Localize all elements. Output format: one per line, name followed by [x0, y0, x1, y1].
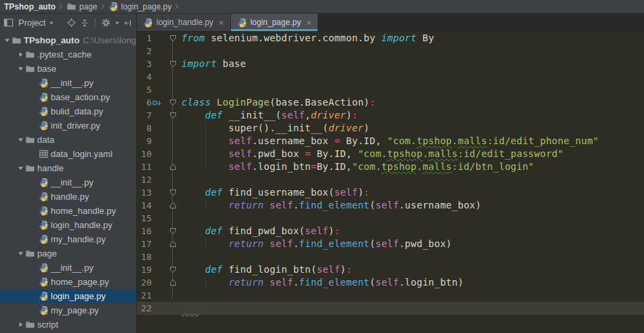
fold-start-icon[interactable]: [165, 60, 180, 68]
code-line-6[interactable]: 6class LoginPage(base.BaseAction):: [137, 96, 644, 109]
project-panel-title[interactable]: Project: [18, 18, 45, 28]
tree-item-TPshop_auto[interactable]: TPshop_autoC:\Users\long: [0, 33, 136, 47]
code-line-21[interactable]: 21: [137, 289, 644, 302]
breadcrumb-item[interactable]: login_page.py: [108, 1, 172, 12]
tree-item-label: home_page.py: [51, 277, 109, 287]
tree-item-login_handle.py[interactable]: login_handle.py: [0, 218, 136, 232]
line-number[interactable]: 1: [137, 32, 152, 45]
settings-gear-button[interactable]: [101, 18, 111, 28]
breadcrumb-item[interactable]: page: [66, 1, 98, 12]
tree-item-home_page.py[interactable]: home_page.py: [0, 275, 136, 289]
code-line-9[interactable]: 9 self.username_box = By.ID, "com.tpshop…: [137, 135, 644, 148]
line-number[interactable]: 15: [137, 212, 152, 225]
close-icon[interactable]: ×: [219, 18, 224, 27]
code-line-4[interactable]: 4: [137, 70, 644, 83]
line-number[interactable]: 7: [137, 109, 152, 122]
tree-item-my_handle.py[interactable]: my_handle.py: [0, 232, 136, 246]
tree-item-__init__.py[interactable]: __init__.py: [0, 175, 136, 190]
breadcrumb-item[interactable]: TPshop_auto: [4, 2, 56, 12]
fold-start-icon[interactable]: [165, 189, 180, 196]
tree-item-data_login.yaml[interactable]: data_login.yaml: [0, 147, 136, 161]
code-line-22[interactable]: 22: [137, 302, 644, 315]
tree-expanded-arrow-icon[interactable]: [16, 250, 25, 257]
fold-start-icon[interactable]: [165, 112, 180, 119]
line-number[interactable]: 17: [137, 238, 152, 250]
line-number[interactable]: 22: [137, 302, 152, 315]
fold-end-icon[interactable]: [165, 163, 180, 171]
close-icon[interactable]: ×: [306, 18, 312, 27]
tree-item-script[interactable]: script: [0, 317, 136, 332]
editor-tab-login_page.py[interactable]: login_page.py×: [231, 14, 318, 31]
line-number[interactable]: 16: [137, 225, 152, 238]
tree-item-bulid_data.py[interactable]: bulid_data.py: [0, 104, 136, 118]
tree-item-base_action.py[interactable]: base_action.py: [0, 90, 136, 104]
line-number[interactable]: 20: [137, 276, 152, 289]
fold-start-icon[interactable]: [165, 35, 180, 42]
locate-file-button[interactable]: [66, 18, 77, 28]
line-number[interactable]: 18: [137, 250, 152, 263]
fold-start-icon[interactable]: [165, 99, 180, 106]
fold-start-icon[interactable]: [165, 266, 180, 273]
code-line-14[interactable]: 14 return self.find_element(self.usernam…: [137, 199, 644, 212]
tree-item-home_handle.py[interactable]: home_handle.py: [0, 204, 136, 218]
line-number[interactable]: 6: [137, 96, 152, 109]
tree-expanded-arrow-icon[interactable]: [16, 66, 25, 72]
fold-end-icon[interactable]: [165, 279, 180, 286]
code-line-13[interactable]: 13 def find_username_box(self):: [137, 186, 644, 199]
tree-collapsed-arrow-icon[interactable]: [16, 51, 25, 58]
code-line-12[interactable]: 12: [137, 173, 644, 186]
line-number[interactable]: 4: [137, 70, 152, 83]
code-line-11[interactable]: 11 self.login_btn=By.ID,"com.tpshop.mall…: [137, 160, 644, 173]
line-number[interactable]: 3: [137, 58, 152, 70]
tree-item-.pytest_cache[interactable]: .pytest_cache: [0, 47, 136, 62]
tree-item-page[interactable]: page: [0, 246, 136, 261]
line-number[interactable]: 5: [137, 83, 152, 96]
code-line-5[interactable]: 5: [137, 83, 644, 96]
line-number[interactable]: 13: [137, 186, 152, 199]
tree-item-handle.py[interactable]: handle.py: [0, 190, 136, 204]
override-marker-icon[interactable]: [152, 99, 165, 107]
tree-item-login_page.py[interactable]: login_page.py: [0, 289, 136, 303]
code-line-8[interactable]: 8 super().__init__(driver): [137, 122, 644, 135]
chevron-down-icon[interactable]: [114, 20, 120, 26]
code-line-20[interactable]: 20 return self.find_element(self.login_b…: [137, 276, 644, 289]
line-number[interactable]: 14: [137, 199, 152, 212]
line-number[interactable]: 8: [137, 122, 152, 135]
line-number[interactable]: 2: [137, 45, 152, 58]
code-line-19[interactable]: 19 def find_login_btn(self):: [137, 263, 644, 276]
line-number[interactable]: 10: [137, 148, 152, 160]
code-line-17[interactable]: 17 return self.find_element(self.pwd_box…: [137, 238, 644, 250]
code-line-15[interactable]: 15: [137, 212, 644, 225]
chevron-down-icon[interactable]: [49, 20, 54, 26]
fold-end-icon[interactable]: [165, 202, 180, 209]
line-number[interactable]: 12: [137, 173, 152, 186]
tree-item-init_driver.py[interactable]: init_driver.py: [0, 118, 136, 133]
hide-panel-button[interactable]: [123, 18, 133, 28]
tree-item-__init__.py[interactable]: __init__.py: [0, 261, 136, 275]
line-number[interactable]: 9: [137, 135, 152, 148]
tree-expanded-arrow-icon[interactable]: [16, 165, 25, 171]
code-line-16[interactable]: 16 def find_pwd_box(self):: [137, 225, 644, 238]
code-line-10[interactable]: 10 self.pwd_box = By.ID, "com.tpshop.mal…: [137, 148, 644, 160]
tree-item-base[interactable]: base: [0, 62, 136, 76]
line-number[interactable]: 11: [137, 160, 152, 173]
editor-tab-login_handle.py[interactable]: login_handle.py×: [137, 14, 231, 31]
fold-start-icon[interactable]: [165, 227, 180, 235]
collapse-all-button[interactable]: [80, 18, 89, 28]
code-line-1[interactable]: 1from selenium.webdriver.common.by impor…: [137, 32, 644, 45]
code-line-3[interactable]: 3import base: [137, 58, 644, 70]
line-number[interactable]: 21: [137, 289, 152, 302]
tree-item-__init__.py[interactable]: __init__.py: [0, 76, 136, 90]
code-line-18[interactable]: 18: [137, 250, 644, 263]
tree-collapsed-arrow-icon[interactable]: [16, 321, 25, 328]
fold-end-icon[interactable]: [165, 240, 180, 248]
line-number[interactable]: 19: [137, 263, 152, 276]
code-editor[interactable]: 1from selenium.webdriver.common.by impor…: [137, 32, 644, 333]
tree-item-data[interactable]: data: [0, 133, 136, 147]
tree-expanded-arrow-icon[interactable]: [3, 37, 12, 43]
tree-item-my_page.py[interactable]: my_page.py: [0, 303, 136, 317]
code-line-7[interactable]: 7 def __init__(self,driver):: [137, 109, 644, 122]
tree-item-handle[interactable]: handle: [0, 161, 136, 175]
code-line-2[interactable]: 2: [137, 45, 644, 58]
tree-expanded-arrow-icon[interactable]: [16, 137, 25, 143]
